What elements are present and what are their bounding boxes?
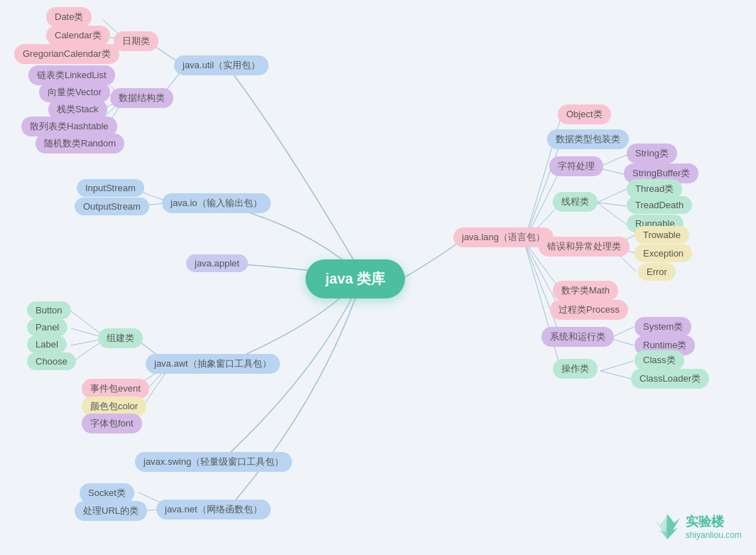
node-caozuo: 操作类 bbox=[553, 359, 598, 379]
watermark-name: 实验楼 bbox=[686, 513, 742, 530]
node-java-applet: java.applet bbox=[186, 254, 248, 272]
node-java-io: java.io（输入输出包） bbox=[162, 193, 271, 213]
node-riqi: 日期类 bbox=[114, 31, 158, 51]
node-url: 处理URL的类 bbox=[75, 501, 147, 521]
node-object: Object类 bbox=[558, 104, 611, 124]
center-node: java 类库 bbox=[306, 259, 405, 298]
node-event: 事件包event bbox=[82, 379, 149, 399]
node-zujian: 组建类 bbox=[98, 328, 143, 348]
node-data-wrap: 数据类型包装类 bbox=[547, 129, 629, 149]
node-system: System类 bbox=[634, 317, 691, 337]
node-error: Error bbox=[638, 263, 676, 281]
node-random: 随机数类Random bbox=[36, 134, 124, 153]
node-math: 数学类Math bbox=[553, 281, 618, 301]
node-java-awt: java.awt（抽象窗口工具包） bbox=[146, 354, 280, 374]
svg-line-29 bbox=[597, 203, 627, 206]
node-java-net: java.net（网络函数包） bbox=[156, 500, 271, 519]
node-date: Date类 bbox=[46, 7, 92, 27]
node-trowable: Trowable bbox=[634, 226, 689, 244]
svg-line-28 bbox=[597, 189, 627, 203]
node-calendar: Calendar类 bbox=[46, 26, 110, 45]
watermark-site: shiyanliou.com bbox=[686, 530, 742, 540]
node-xiancheng: 线程类 bbox=[553, 192, 598, 212]
node-choose: Choose bbox=[27, 352, 76, 370]
node-exception: Exception bbox=[634, 244, 692, 262]
svg-line-42 bbox=[600, 371, 634, 379]
node-javax-swing: javax.swing（轻量级窗口工具包） bbox=[135, 452, 292, 472]
svg-line-41 bbox=[600, 361, 634, 371]
node-xitong: 系统和运行类 bbox=[541, 327, 614, 347]
node-inputstream: InputStream bbox=[77, 179, 144, 197]
node-java-util: java.util（实用包） bbox=[174, 55, 269, 75]
node-treadDeath: TreadDeath bbox=[627, 196, 692, 214]
node-process: 过程类Process bbox=[550, 300, 628, 320]
node-outputstream: OutputStream bbox=[75, 198, 149, 215]
node-button: Button bbox=[27, 301, 71, 319]
node-class: Class类 bbox=[634, 350, 684, 370]
svg-line-23 bbox=[526, 141, 561, 237]
node-label: Label bbox=[27, 335, 67, 353]
svg-line-30 bbox=[597, 203, 627, 225]
node-gregorian: GregorianCalendar类 bbox=[14, 44, 119, 64]
node-shuju: 数据结构类 bbox=[110, 88, 173, 108]
node-string: String类 bbox=[627, 144, 677, 163]
node-socket: Socket类 bbox=[80, 483, 134, 503]
watermark: 实验楼 shiyanliou.com bbox=[653, 512, 742, 541]
node-classloader: ClassLoader类 bbox=[631, 369, 709, 389]
node-font: 字体包font bbox=[82, 414, 142, 433]
node-cuowu: 错误和异常处理类 bbox=[539, 237, 630, 257]
node-panel: Panel bbox=[27, 318, 68, 336]
node-zifu: 字符处理 bbox=[549, 156, 603, 176]
